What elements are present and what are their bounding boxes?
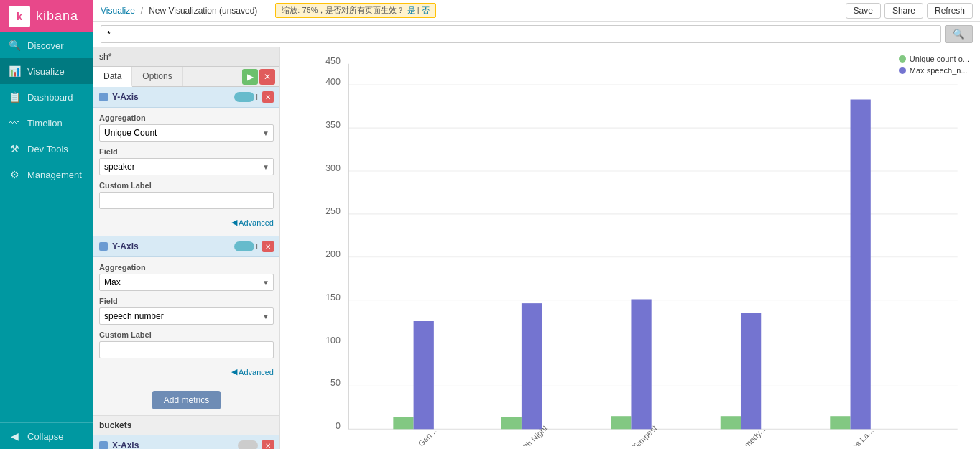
field-1-select-wrapper: speaker ▼ bbox=[99, 158, 274, 175]
x-axis-label: X-Axis bbox=[112, 440, 139, 449]
y-axis-2-remove[interactable]: ✕ bbox=[262, 241, 274, 252]
bar-1-blue bbox=[522, 303, 542, 429]
svg-text:300: 300 bbox=[325, 163, 341, 173]
aggregation-2-row: Aggregation Max ▼ bbox=[99, 263, 274, 291]
tab-actions: ▶ ✕ bbox=[242, 67, 279, 86]
sidebar-item-management[interactable]: ⚙ Management bbox=[0, 162, 93, 188]
y-axis-1-body: Aggregation Unique Count ▼ Field bbox=[93, 108, 279, 236]
bar-3-blue bbox=[741, 313, 761, 430]
x-axis-remove[interactable]: ✕ bbox=[262, 440, 274, 449]
page-title: New Visualization (unsaved) bbox=[149, 6, 257, 16]
y-axis-2-header: Y-Axis I ✕ bbox=[93, 236, 279, 257]
breadcrumb-separator: / bbox=[141, 6, 143, 16]
y-axis-2-toggle[interactable]: I bbox=[234, 241, 258, 251]
toggle-track-1[interactable] bbox=[234, 92, 254, 102]
sidebar-item-collapse[interactable]: ◀ Collapse bbox=[0, 423, 93, 449]
add-metrics-button[interactable]: Add metrics bbox=[152, 391, 221, 409]
panel-filter-text: sh* bbox=[93, 47, 279, 67]
sidebar-logo[interactable]: k kibana bbox=[0, 0, 93, 32]
x-axis-header: X-Axis ✕ bbox=[93, 435, 279, 449]
custom-label-2-label: Custom Label bbox=[99, 330, 274, 339]
devtools-icon: ⚒ bbox=[9, 143, 20, 154]
add-metrics-row: Add metrics bbox=[93, 385, 279, 415]
search-input[interactable] bbox=[101, 25, 941, 43]
visualize-icon: 📊 bbox=[9, 65, 20, 77]
searchbar: 🔍 bbox=[93, 22, 980, 47]
sidebar-item-dashboard-label: Dashboard bbox=[27, 92, 73, 103]
tab-data[interactable]: Data bbox=[93, 67, 132, 87]
field-2-label: Field bbox=[99, 297, 274, 305]
chart-svg: 0 50 100 150 200 250 300 350 400 450 bbox=[316, 55, 966, 446]
chart-area: Unique count o... Max speech_n... 0 50 1… bbox=[280, 47, 980, 449]
aggregation-1-label: Aggregation bbox=[99, 114, 274, 122]
save-button[interactable]: Save bbox=[846, 3, 881, 19]
y-axis-1-section: Y-Axis I ✕ Aggregation Unique Coun bbox=[93, 87, 279, 236]
advanced-1-link[interactable]: ◀ Advanced bbox=[99, 215, 274, 230]
bar-2-green bbox=[611, 416, 631, 429]
sidebar-item-management-label: Management bbox=[27, 170, 82, 180]
breadcrumb-visualize[interactable]: Visualize bbox=[101, 6, 135, 16]
legend-label-0: Unique count o... bbox=[910, 55, 969, 63]
x-axis-color bbox=[99, 441, 108, 449]
share-button[interactable]: Share bbox=[884, 3, 923, 19]
svg-text:350: 350 bbox=[325, 120, 341, 130]
sidebar-item-timelion-label: Timelion bbox=[27, 118, 63, 129]
x-axis-toggle[interactable] bbox=[238, 440, 258, 449]
buckets-header: buckets bbox=[93, 415, 279, 435]
close-panel-button[interactable]: ✕ bbox=[259, 69, 275, 85]
field-2-select[interactable]: speech number bbox=[99, 307, 274, 325]
zoom-no-link[interactable]: 否 bbox=[422, 6, 430, 14]
bar-4-blue bbox=[851, 100, 871, 430]
legend-item-1: Max speech_n... bbox=[899, 66, 969, 75]
sidebar-item-dashboard[interactable]: 📋 Dashboard bbox=[0, 84, 93, 110]
panel-scroll: Y-Axis I ✕ Aggregation Unique Coun bbox=[93, 87, 279, 449]
sidebar-item-visualize[interactable]: 📊 Visualize bbox=[0, 58, 93, 84]
main-content: Visualize / New Visualization (unsaved) … bbox=[93, 0, 980, 449]
chart-legend: Unique count o... Max speech_n... bbox=[899, 55, 969, 75]
aggregation-2-select[interactable]: Max bbox=[99, 274, 274, 291]
zoom-notice-text: 缩放: 75%，是否对所有页面生效？ bbox=[282, 6, 405, 14]
bar-0-blue bbox=[414, 321, 434, 429]
y-axis-1-header: Y-Axis I ✕ bbox=[93, 87, 279, 108]
run-button[interactable]: ▶ bbox=[242, 69, 258, 85]
bar-2-blue bbox=[631, 299, 651, 429]
sidebar-item-discover[interactable]: 🔍 Discover bbox=[0, 32, 93, 58]
search-button[interactable]: 🔍 bbox=[945, 25, 973, 43]
aggregation-2-label: Aggregation bbox=[99, 263, 274, 272]
advanced-1-chevron: ◀ bbox=[231, 218, 237, 227]
sidebar-item-devtools[interactable]: ⚒ Dev Tools bbox=[0, 136, 93, 162]
bar-0-green bbox=[393, 417, 413, 429]
legend-item-0: Unique count o... bbox=[899, 55, 969, 63]
sidebar-item-devtools-label: Dev Tools bbox=[27, 144, 68, 154]
bar-1-green bbox=[501, 417, 522, 429]
toggle-track-2[interactable] bbox=[234, 241, 254, 251]
sidebar-item-timelion[interactable]: 〰 Timelion bbox=[0, 110, 93, 136]
y-axis-1-remove[interactable]: ✕ bbox=[262, 91, 274, 103]
management-icon: ⚙ bbox=[9, 169, 20, 180]
y-axis-2-section: Y-Axis I ✕ Aggregation Max bbox=[93, 236, 279, 385]
sidebar-item-visualize-label: Visualize bbox=[27, 66, 65, 77]
chart-container: 0 50 100 150 200 250 300 350 400 450 bbox=[280, 47, 980, 449]
custom-label-1-input[interactable] bbox=[99, 192, 274, 209]
sidebar-collapse-label: Collapse bbox=[27, 431, 64, 442]
zoom-yes-link[interactable]: 是 bbox=[407, 6, 415, 14]
x-axis-toggle-track[interactable] bbox=[238, 440, 258, 449]
topbar: Visualize / New Visualization (unsaved) … bbox=[93, 0, 980, 22]
advanced-2-link[interactable]: ◀ Advanced bbox=[99, 364, 274, 379]
svg-text:200: 200 bbox=[325, 249, 341, 259]
timelion-icon: 〰 bbox=[9, 117, 20, 129]
field-1-select[interactable]: speaker bbox=[99, 158, 274, 175]
bar-3-green bbox=[721, 416, 741, 429]
legend-label-1: Max speech_n... bbox=[910, 66, 968, 75]
aggregation-1-select[interactable]: Unique Count bbox=[99, 124, 274, 142]
kibana-logo-text: kibana bbox=[36, 9, 78, 24]
field-2-select-wrapper: speech number ▼ bbox=[99, 307, 274, 325]
legend-dot-0 bbox=[899, 55, 906, 63]
tab-options[interactable]: Options bbox=[132, 67, 182, 86]
custom-label-2-input[interactable] bbox=[99, 341, 274, 358]
sidebar-item-discover-label: Discover bbox=[27, 40, 64, 51]
advanced-2-chevron: ◀ bbox=[231, 367, 237, 376]
y-axis-1-toggle[interactable]: I bbox=[234, 92, 258, 102]
discover-icon: 🔍 bbox=[9, 40, 20, 51]
refresh-button[interactable]: Refresh bbox=[927, 3, 973, 19]
